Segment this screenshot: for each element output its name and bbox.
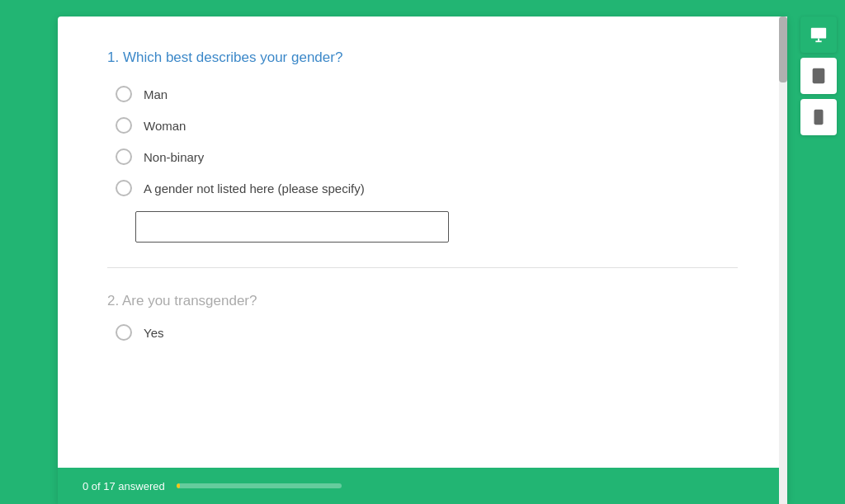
radio-yes[interactable] [116, 324, 132, 341]
question-1: 1. Which best describes your gender? Man… [107, 49, 738, 243]
question-2: 2. Are you transgender? Yes [107, 293, 738, 341]
radio-nonbinary[interactable] [116, 148, 132, 165]
svg-rect-5 [814, 110, 824, 125]
question-divider [107, 267, 738, 268]
option-other[interactable]: A gender not listed here (please specify… [116, 180, 738, 196]
option-nonbinary[interactable]: Non-binary [116, 148, 738, 165]
svg-point-6 [818, 121, 819, 123]
option-other-label: A gender not listed here (please specify… [144, 181, 365, 195]
question-1-title: 1. Which best describes your gender? [107, 49, 738, 66]
option-woman-label: Woman [144, 119, 186, 133]
tablet-view-button[interactable] [800, 58, 837, 94]
radio-man[interactable] [116, 86, 132, 102]
question-1-options: Man Woman Non-binary A gender not listed… [116, 86, 738, 196]
desktop-icon [810, 26, 828, 44]
option-yes-label: Yes [144, 326, 163, 340]
progress-track [177, 483, 342, 488]
question-2-title: 2. Are you transgender? [107, 293, 738, 309]
option-woman[interactable]: Woman [116, 117, 738, 134]
mobile-view-button[interactable] [800, 99, 837, 135]
scrollbar-track[interactable] [779, 16, 787, 504]
svg-point-4 [818, 80, 819, 82]
scrollbar-thumb[interactable] [779, 16, 787, 82]
svg-rect-0 [811, 28, 826, 39]
option-yes[interactable]: Yes [116, 324, 738, 341]
survey-panel: 1. Which best describes your gender? Man… [58, 16, 787, 504]
option-man-label: Man [144, 87, 168, 101]
survey-content: 1. Which best describes your gender? Man… [58, 16, 787, 468]
progress-text: 0 of 17 answered [83, 480, 165, 492]
question-2-options: Yes [116, 324, 738, 341]
radio-woman[interactable] [116, 117, 132, 134]
desktop-view-button[interactable] [800, 16, 837, 53]
option-nonbinary-label: Non-binary [144, 150, 204, 164]
progress-fill [177, 483, 180, 488]
mobile-icon [810, 108, 828, 126]
option-man[interactable]: Man [116, 86, 738, 102]
footer-bar: 0 of 17 answered [58, 468, 787, 504]
tablet-icon [810, 67, 828, 85]
radio-other[interactable] [116, 180, 132, 196]
specify-input[interactable] [135, 211, 449, 243]
device-toolbar [800, 16, 837, 135]
